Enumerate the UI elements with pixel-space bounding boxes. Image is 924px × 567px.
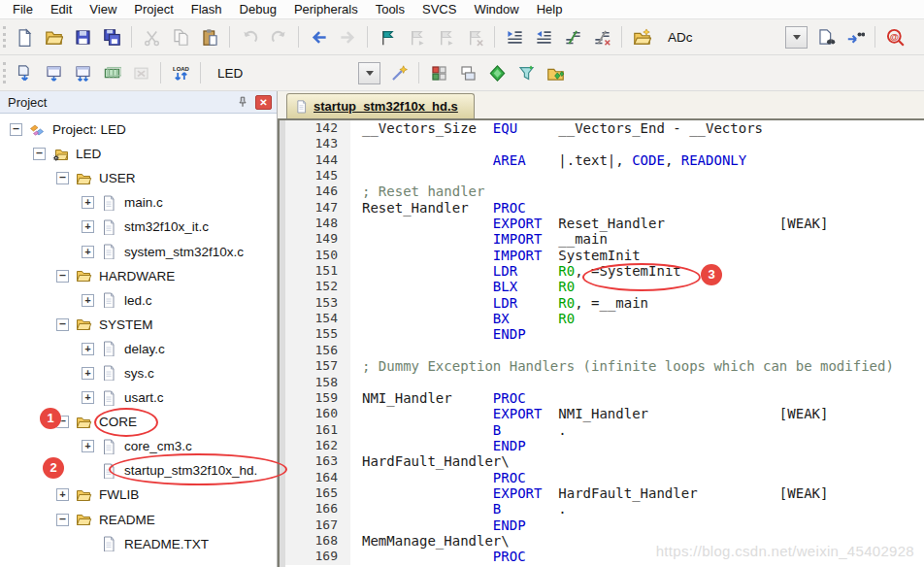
file-icon <box>100 195 117 211</box>
code-text: ; Reset handler <box>350 183 484 199</box>
expander-plus[interactable]: + <box>82 391 94 404</box>
save-button[interactable] <box>70 24 95 50</box>
batch-build-button[interactable] <box>99 60 124 85</box>
expander-minus[interactable]: – <box>56 270 69 283</box>
code-text <box>350 168 362 183</box>
tree-item-main-c[interactable]: +main.c <box>0 190 277 215</box>
tree-item-fwlib[interactable]: +FWLIB <box>0 483 277 507</box>
help-search-button[interactable] <box>882 24 908 50</box>
tree-item-core[interactable]: –CORE <box>0 410 277 434</box>
menu-flash[interactable]: Flash <box>182 1 231 17</box>
tab-startup-file[interactable]: startup_stm32f10x_hd.s <box>286 93 475 118</box>
code-text: B . <box>350 422 567 438</box>
tree-item-stm32f10x-it-c[interactable]: +stm32f10x_it.c <box>0 215 277 239</box>
open-file-button[interactable] <box>41 24 66 50</box>
menu-help[interactable]: Help <box>528 1 572 17</box>
tree-item-readme[interactable]: –README <box>0 508 277 532</box>
menu-window[interactable]: Window <box>465 1 527 17</box>
menu-peripherals[interactable]: Peripherals <box>285 1 367 17</box>
find-button[interactable] <box>813 24 839 50</box>
expander-plus[interactable]: + <box>82 196 94 209</box>
expander-minus[interactable]: – <box>56 514 69 526</box>
books-button[interactable] <box>455 60 480 85</box>
tree-item-system-stm32f10x-c[interactable]: +system_stm32f10x.c <box>0 239 277 263</box>
expander-plus[interactable]: + <box>56 488 69 501</box>
manage-components-button[interactable] <box>426 60 451 85</box>
navigate-back-button[interactable] <box>306 24 331 50</box>
menu-debug[interactable]: Debug <box>231 1 285 17</box>
toolbar-separator <box>298 26 299 48</box>
close-panel-button[interactable]: ✕ <box>255 95 272 110</box>
line-number: 159 <box>285 390 350 406</box>
expander-minus[interactable]: – <box>56 318 69 331</box>
tree-item-label: HARDWARE <box>99 269 175 284</box>
save-all-button[interactable] <box>99 24 124 50</box>
line-number: 162 <box>285 438 350 453</box>
expander-plus[interactable]: + <box>82 294 94 307</box>
tree-item-startup-stm32f10x-hd-[interactable]: startup_stm32f10x_hd. <box>0 458 277 483</box>
tree-item-core-cm3-c[interactable]: +core_cm3.c <box>0 434 277 458</box>
expander-plus[interactable]: + <box>82 343 94 355</box>
translate-button[interactable] <box>12 60 37 85</box>
line-number: 150 <box>285 248 350 263</box>
keil-uvision-window: { "menubar": { "items": ["File","Edit","… <box>0 0 924 567</box>
code-editor[interactable]: 142__Vectors_Size EQU __Vectors_End - __… <box>278 120 924 567</box>
file-icon <box>100 341 117 356</box>
tree-item-hardware[interactable]: –HARDWARE <box>0 264 277 288</box>
batch-build-icon <box>103 64 121 83</box>
insert-bookmark-button[interactable] <box>375 24 400 50</box>
menu-tools[interactable]: Tools <box>367 1 413 17</box>
expander-plus[interactable]: + <box>82 246 94 258</box>
expander-plus[interactable]: + <box>82 367 94 380</box>
menu-svcs[interactable]: SVCS <box>413 1 465 17</box>
templates-button[interactable] <box>543 60 568 85</box>
tree-item-usart-c[interactable]: +usart.c <box>0 385 277 410</box>
menu-view[interactable]: View <box>81 1 125 17</box>
expander-plus[interactable]: + <box>82 220 94 233</box>
unindent-button[interactable] <box>531 24 556 50</box>
function-navigate-button[interactable] <box>484 60 510 85</box>
expander-minus[interactable]: – <box>56 172 69 184</box>
comment-button[interactable] <box>560 24 585 50</box>
tree-item-sys-c[interactable]: +sys.c <box>0 361 277 385</box>
chevron-down-icon[interactable] <box>358 62 380 84</box>
file-icon <box>100 292 117 308</box>
tree-item-readme-txt[interactable]: README.TXT <box>0 532 277 556</box>
options-for-target-button[interactable] <box>386 60 412 85</box>
target-select-combo[interactable]: LED <box>210 62 380 83</box>
find-in-files-button[interactable] <box>629 24 654 50</box>
tree-item-system[interactable]: –SYSTEM <box>0 313 277 337</box>
uncomment-button[interactable] <box>589 24 614 50</box>
pin-icon[interactable] <box>234 94 251 110</box>
code-text: LDR R0, =SystemInit <box>350 263 681 279</box>
code-text: ENDP <box>350 326 526 342</box>
paste-button[interactable] <box>197 24 222 50</box>
expander-minus[interactable]: – <box>10 123 22 136</box>
editor-area: startup_stm32f10x_hd.s 142__Vectors_Size… <box>278 91 924 567</box>
indent-button[interactable] <box>502 24 527 50</box>
stop-build-button <box>128 60 153 85</box>
tree-item-delay-c[interactable]: +delay.c <box>0 337 277 361</box>
filter-button[interactable] <box>513 60 539 85</box>
code-line: 162 ENDP <box>280 438 924 453</box>
new-file-button[interactable] <box>12 24 37 50</box>
incremental-find-button[interactable] <box>842 24 868 50</box>
tree-item-led-c[interactable]: +led.c <box>0 288 277 313</box>
search-combo[interactable]: ADc <box>660 26 808 48</box>
line-number: 168 <box>285 533 350 549</box>
menu-file[interactable]: File <box>4 1 42 17</box>
download-button[interactable] <box>168 60 193 85</box>
rebuild-button[interactable] <box>70 60 95 85</box>
tree-item-user[interactable]: –USER <box>0 166 277 190</box>
menu-project[interactable]: Project <box>125 1 182 17</box>
build-button[interactable] <box>41 60 66 85</box>
layers-icon <box>459 64 478 83</box>
tree-item-project-led[interactable]: –Project: LED <box>0 117 277 142</box>
expander-plus[interactable]: + <box>82 440 94 452</box>
document-icon <box>295 99 308 114</box>
expander-minus[interactable]: – <box>33 148 46 160</box>
expander-minus[interactable]: – <box>56 416 69 428</box>
chevron-down-icon[interactable] <box>785 26 808 49</box>
menu-edit[interactable]: Edit <box>42 1 81 17</box>
tree-item-led[interactable]: –LED <box>0 142 277 166</box>
